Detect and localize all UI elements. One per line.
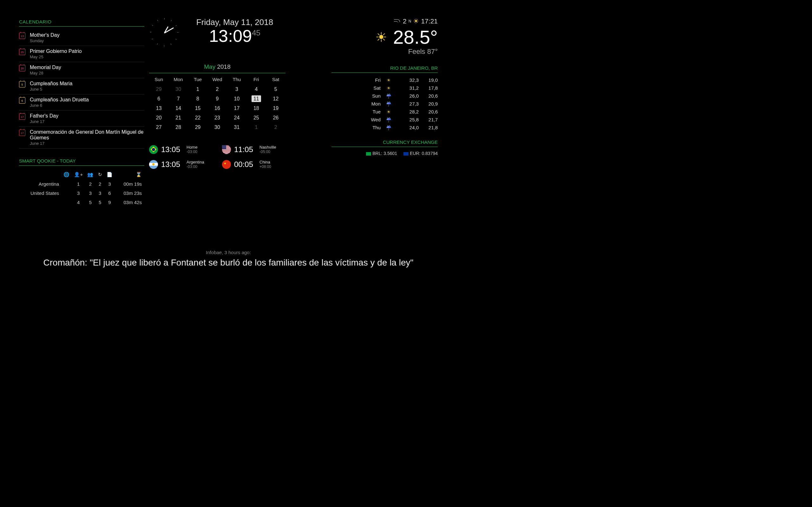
news-headline: Cromañón: "El juez que liberó a Fontanet…	[0, 258, 457, 268]
event-title: Memorial Day	[30, 65, 144, 70]
calendar-day[interactable]: 5	[266, 84, 286, 94]
fc-day: Sun	[362, 93, 380, 99]
calendar-day[interactable]: 13	[149, 104, 168, 113]
wc-offset: +08:00	[259, 164, 271, 169]
calendar-event[interactable]: 28 Memorial DayMay 28	[19, 62, 144, 78]
user-plus-icon: 👤+	[72, 170, 85, 179]
news-ticker: Infobae, 3 hours ago: Cromañón: "El juez…	[0, 250, 457, 268]
calendar-event[interactable]: 6 Cumpleaños Juan DruettaJune 6	[19, 95, 144, 111]
calendar-day[interactable]: 25	[247, 113, 266, 123]
globe-icon: 🌐	[61, 170, 71, 179]
event-date: June 17	[30, 119, 144, 124]
event-date: Sunday	[30, 38, 144, 43]
world-clock-item: 00:05 China+08:00	[222, 160, 286, 169]
calendar-day[interactable]: 15	[188, 104, 207, 113]
world-clock-item: 13:05 Argentina-03:00	[149, 160, 212, 169]
calendar-day[interactable]: 31	[227, 123, 247, 132]
event-title: Conmemoración de General Don Martín Migu…	[30, 129, 144, 141]
temperature: 28.5°	[393, 26, 438, 48]
fc-low: 19,0	[419, 77, 438, 83]
fc-low: 17,8	[419, 85, 438, 91]
forecast-row: Tue☀28,220,6	[332, 108, 438, 116]
calendar-day[interactable]: 14	[168, 104, 188, 113]
forecast-row: Mon☔27,320,9	[332, 100, 438, 108]
calendar-day[interactable]: 28	[168, 123, 188, 132]
calendar-day[interactable]: 18	[247, 104, 266, 113]
calendar-day[interactable]: 26	[266, 113, 286, 123]
news-source: Infobae, 3 hours ago:	[0, 250, 457, 255]
fc-high: 28,2	[397, 109, 419, 114]
calendar-day[interactable]: 6	[149, 94, 168, 104]
calendar-icon: 25	[19, 49, 26, 55]
calendar-day[interactable]: 20	[149, 113, 168, 123]
calendar-day[interactable]: 19	[266, 104, 286, 113]
weather-icon: ☔	[380, 94, 397, 99]
dow-label: Tue	[188, 76, 207, 84]
currency-title: CURRENCY EXCHANGE	[332, 139, 438, 147]
calendar-day[interactable]: 7	[168, 94, 188, 104]
calendar-icon: 17	[19, 113, 26, 120]
dow-label: Fri	[247, 76, 266, 84]
calendar-day[interactable]: 29	[188, 123, 207, 132]
time-text: 13:0945	[184, 26, 286, 46]
fc-high: 27,3	[397, 101, 419, 107]
fc-low: 20,9	[419, 101, 438, 107]
calendar-event[interactable]: 17 Father's DayJune 17	[19, 111, 144, 127]
wind-speed: 2	[403, 17, 407, 25]
forecast-row: Wed☔25,821,7	[332, 116, 438, 124]
calendar-day[interactable]: 17	[227, 104, 247, 113]
feels-like: Feels 87°	[332, 48, 438, 56]
calendar-day[interactable]: 27	[149, 123, 168, 132]
event-title: Cumpleaños Maria	[30, 81, 144, 87]
weather-icon: ☔	[380, 117, 397, 122]
calendar-event[interactable]: 17 Conmemoración de General Don Martín M…	[19, 127, 144, 149]
fc-day: Fri	[362, 77, 380, 83]
calendar-day[interactable]: 1	[188, 84, 207, 94]
event-title: Father's Day	[30, 113, 144, 119]
wc-time: 11:05	[234, 145, 256, 154]
calendar-day[interactable]: 12	[266, 94, 286, 104]
fc-day: Thu	[362, 125, 380, 130]
forecast-row: Thu☔24,021,8	[332, 124, 438, 131]
calendar-day[interactable]: 1	[247, 123, 266, 132]
calendar-event[interactable]: 25 Primer Gobierno PatrioMay 25	[19, 46, 144, 62]
sun-icon: ☀	[375, 30, 387, 45]
calendar-day[interactable]: 9	[207, 94, 227, 104]
calendar-day[interactable]: 8	[188, 94, 207, 104]
forecast-row: Fri☀32,319,0	[332, 76, 438, 84]
left-column: CALENDARIO 13 Mother's DaySunday25 Prime…	[19, 19, 144, 207]
calendar-day[interactable]: 16	[207, 104, 227, 113]
calendar-day[interactable]: 2	[207, 84, 227, 94]
calendar-event[interactable]: 5 Cumpleaños MariaJune 5	[19, 78, 144, 95]
calendar-day[interactable]: 2	[266, 123, 286, 132]
wind-dir: N	[409, 19, 411, 23]
calendar-day[interactable]: 23	[207, 113, 227, 123]
calendar-day[interactable]: 3	[227, 84, 247, 94]
calendar-day[interactable]: 30	[168, 84, 188, 94]
calendar-day[interactable]: 24	[227, 113, 247, 123]
calendar-day[interactable]: 30	[207, 123, 227, 132]
calendar-day[interactable]: 21	[168, 113, 188, 123]
analog-clock	[149, 17, 179, 48]
calendar-day[interactable]: 11	[247, 94, 266, 104]
calendar-day[interactable]: 29	[149, 84, 168, 94]
smart-title: SMART QOOKIE - TODAY	[19, 158, 144, 166]
calendar-day[interactable]: 22	[188, 113, 207, 123]
table-row: 455903m 42s	[20, 198, 144, 207]
calendar-icon: 13	[19, 33, 26, 39]
calendar-event[interactable]: 13 Mother's DaySunday	[19, 30, 144, 46]
wc-time: 13:05	[161, 160, 183, 169]
forecast-location: RIO DE JANEIRO, BR	[332, 65, 438, 73]
weather-icon: ☀	[380, 109, 397, 114]
calendar-day[interactable]: 4	[247, 84, 266, 94]
dow-label: Mon	[168, 76, 188, 84]
calendar-title: CALENDARIO	[19, 19, 144, 26]
fc-low: 20,6	[419, 109, 438, 114]
weather-top-row: 2 N ☀ 17:21	[332, 17, 438, 25]
wc-offset: -03:00	[187, 164, 204, 169]
event-date: June 5	[30, 87, 144, 92]
currency-item: EUR: 0.83794	[403, 151, 438, 156]
calendar-day[interactable]: 10	[227, 94, 247, 104]
wc-time: 00:05	[234, 160, 256, 169]
wc-name: China	[259, 160, 271, 164]
